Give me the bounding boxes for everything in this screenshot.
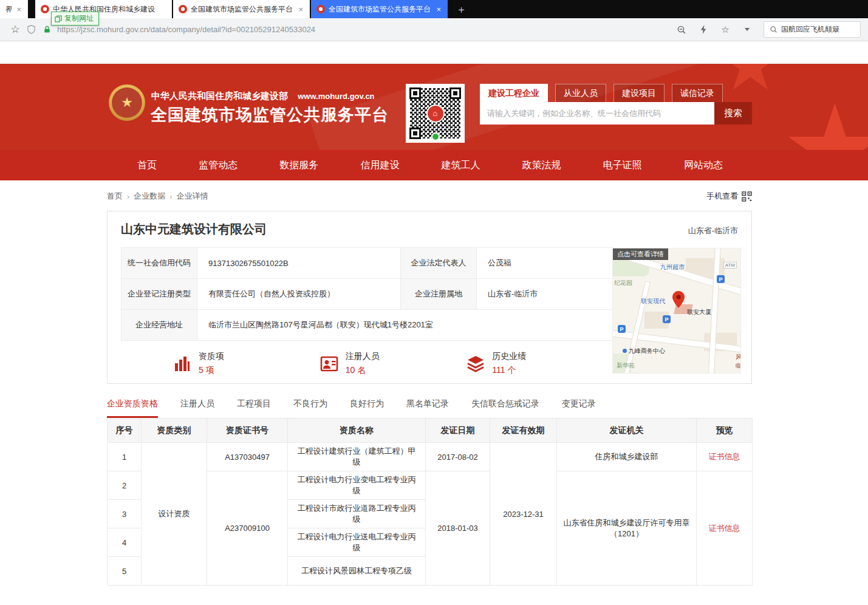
- site-header-banner: ★ ★ ★ 中华人民共和国住房和城乡建设部 www.mohurd.gov.cn …: [0, 64, 868, 150]
- address-bar: ☆ https://jzsc.mohurd.gov.cn/data/compan…: [0, 18, 868, 41]
- cell-issue-date: 2018-01-03: [426, 471, 490, 586]
- chevron-down-icon[interactable]: [739, 22, 755, 38]
- copy-url-label: 复制网址: [64, 13, 94, 24]
- banner-search-area: 建设工程企业 从业人员 建设项目 诚信记录 搜索: [480, 84, 752, 125]
- nav-policies[interactable]: 政策法规: [522, 159, 561, 172]
- table-row: 统一社会信用代码 91371302675501022B 企业法定代表人 公茂福: [121, 248, 613, 279]
- cell-preview: 证书信息: [697, 443, 753, 471]
- col-cert-no: 资质证书号: [207, 419, 288, 443]
- cell-preview: 证书信息: [697, 471, 753, 586]
- cell-qual-name: 工程设计建筑行业（建筑工程）甲级: [288, 443, 426, 471]
- nav-supervision[interactable]: 监管动态: [199, 159, 238, 172]
- cell-valid-until: 2023-12-31: [490, 443, 557, 586]
- new-tab-button[interactable]: ＋: [449, 0, 474, 18]
- stat-registered-personnel[interactable]: 注册人员 10 名: [320, 351, 466, 376]
- map-hint: 点击可查看详情: [613, 248, 668, 260]
- cell-index: 3: [108, 500, 142, 528]
- address-label: 企业经营地址: [121, 310, 197, 341]
- breadcrumb-separator: ›: [169, 192, 172, 201]
- browser-tab-partial[interactable]: 界 ×: [0, 0, 28, 18]
- tab-practitioners[interactable]: 从业人员: [555, 84, 606, 102]
- map-label-lianan-tower: 联安大厦: [687, 308, 711, 316]
- ministry-name: 中华人民共和国住房和城乡建设部 www.mohurd.gov.cn: [151, 91, 375, 102]
- tab-projects[interactable]: 工程项目: [237, 398, 271, 418]
- reg-region-label: 企业注册属地: [401, 279, 477, 310]
- close-icon[interactable]: ×: [15, 5, 22, 14]
- breadcrumb-separator: ›: [127, 192, 129, 201]
- url-input[interactable]: https://jzsc.mohurd.gov.cn/data/company/…: [57, 25, 674, 34]
- search-button[interactable]: 搜索: [714, 102, 752, 125]
- col-qual-name: 资质名称: [288, 419, 426, 443]
- cell-cert-no: A137030497: [207, 443, 288, 471]
- map-label-supermarket: 九州超市: [660, 263, 685, 272]
- stat-label: 历史业绩: [492, 351, 526, 362]
- tab-projects[interactable]: 建设项目: [613, 84, 665, 102]
- tab-registered-personnel[interactable]: 注册人员: [180, 398, 214, 418]
- cell-issuing-authority: 山东省住房和城乡建设厅许可专用章（1201）: [557, 471, 697, 586]
- platform-qr-code: [406, 84, 465, 143]
- tab-blacklist[interactable]: 黑名单记录: [406, 398, 449, 418]
- tab-construction-enterprise[interactable]: 建设工程企业: [480, 84, 548, 102]
- tab-integrity-records[interactable]: 诚信记录: [672, 84, 723, 102]
- close-icon[interactable]: ×: [297, 5, 304, 14]
- bookmark-star-icon[interactable]: ☆: [7, 22, 23, 38]
- copy-icon: [55, 15, 62, 22]
- search-icon: [770, 26, 777, 33]
- certificate-info-link[interactable]: 证书信息: [709, 524, 740, 533]
- parking-icon: P: [618, 325, 626, 333]
- company-location-map[interactable]: 九州超市 ATM 纪花园 联安现代 联安大厦 九峰商务中心 新华苑 风帆蓄电池 …: [612, 248, 741, 374]
- site-shield-icon[interactable]: [23, 22, 39, 38]
- qr-finder: [409, 128, 421, 139]
- stat-label: 资质项: [199, 351, 224, 362]
- nav-e-certificates[interactable]: 电子证照: [603, 159, 642, 172]
- legal-rep-value: 公茂福: [477, 248, 613, 279]
- tab-title: 全国建筑市场监管公共服务平台: [329, 4, 431, 15]
- tab-change-records[interactable]: 变更记录: [562, 398, 596, 418]
- mobile-view-label: 手机查看: [706, 191, 738, 202]
- main-nav-bar: 首页 监管动态 数据服务 信用建设 建筑工人 政策法规 电子证照 网站动态: [0, 150, 868, 180]
- tab-good-behavior[interactable]: 良好行为: [350, 398, 384, 418]
- company-stats: 资质项 5 项 注册人员 10 名: [121, 351, 613, 376]
- stat-historical-performance[interactable]: 历史业绩 111 个: [466, 351, 613, 376]
- breadcrumb-company-data[interactable]: 企业数据: [134, 191, 165, 202]
- favorite-star-icon[interactable]: ☆: [717, 22, 733, 38]
- stat-value: 5 项: [199, 365, 224, 376]
- cell-issuing-authority: 住房和城乡建设部: [557, 443, 697, 471]
- qualification-table: 序号 资质类别 资质证书号 资质名称 发证日期 发证有效期 发证机关 预览 1 …: [107, 418, 753, 586]
- map-label-garden: 纪花园: [614, 279, 632, 287]
- cell-qual-name: 工程设计电力行业送电工程专业丙级: [288, 528, 426, 557]
- site-favicon-icon: [316, 5, 325, 13]
- browser-tab-3-active[interactable]: 全国建筑市场监管公共服务平台 ×: [311, 0, 448, 18]
- tab-dishonesty-records[interactable]: 失信联合惩戒记录: [471, 398, 539, 418]
- parking-icon: P: [717, 275, 725, 283]
- cell-cert-no: A237009100: [207, 471, 288, 586]
- col-preview: 预览: [697, 419, 753, 443]
- reg-type-label: 企业登记注册类型: [121, 279, 197, 310]
- reading-mode-lightning-icon[interactable]: [695, 22, 711, 38]
- nav-data-services[interactable]: 数据服务: [279, 159, 318, 172]
- address-bar-actions: ☆: [674, 22, 755, 38]
- legal-rep-label: 企业法定代表人: [401, 248, 477, 279]
- tab-bad-behavior[interactable]: 不良行为: [293, 398, 327, 418]
- keyword-search-input[interactable]: [480, 102, 714, 125]
- stat-qualifications[interactable]: 资质项 5 项: [173, 351, 320, 376]
- certificate-info-link[interactable]: 证书信息: [709, 452, 740, 461]
- browser-tab-2[interactable]: 全国建筑市场监管公共服务平台 ×: [173, 0, 310, 18]
- breadcrumb-company-detail: 企业详情: [177, 191, 208, 202]
- tab-qualifications[interactable]: 企业资质资格: [107, 398, 158, 418]
- close-icon[interactable]: ×: [435, 5, 442, 14]
- hot-search-box[interactable]: 国航回应飞机颠簸: [764, 21, 861, 38]
- zoom-out-icon[interactable]: [674, 22, 689, 38]
- map-label-atm: ATM: [723, 262, 737, 268]
- company-name: 山东中元建筑设计有限公司: [121, 221, 267, 238]
- mobile-view-link[interactable]: 手机查看: [706, 191, 752, 202]
- nav-workers[interactable]: 建筑工人: [442, 159, 480, 172]
- site-favicon-icon: [179, 5, 187, 13]
- ministry-site-url: www.mohurd.gov.cn: [298, 92, 374, 101]
- nav-credit[interactable]: 信用建设: [360, 159, 399, 172]
- nav-home[interactable]: 首页: [137, 159, 157, 172]
- nav-site-news[interactable]: 网站动态: [684, 159, 723, 172]
- breadcrumb-home[interactable]: 首页: [107, 191, 123, 202]
- cell-qual-name: 工程设计风景园林工程专项乙级: [288, 557, 426, 586]
- copy-url-tooltip[interactable]: 复制网址: [51, 12, 99, 26]
